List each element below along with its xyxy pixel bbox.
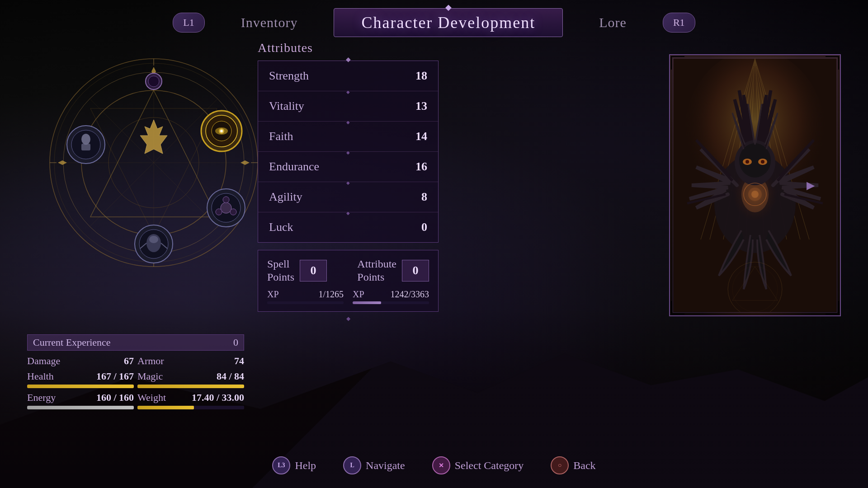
- scroll-right-arrow[interactable]: ▶: [807, 179, 815, 192]
- energy-label: Energy: [27, 392, 56, 404]
- attributes-container: Strength18Vitality13Faith14Endurance16Ag…: [258, 61, 439, 243]
- energy-bar: [27, 406, 134, 409]
- attribute-name-endurance: Endurance: [269, 160, 319, 174]
- svg-point-36: [216, 209, 222, 215]
- exp-container: Current Experience 0: [27, 334, 244, 351]
- character-circle: [45, 54, 262, 271]
- attribute-value-endurance: 16: [415, 160, 427, 174]
- attribute-points-item: AttributePoints 0: [357, 258, 429, 284]
- xp-left-value: 1/1265: [318, 289, 344, 300]
- bottom-navigation: L3 Help L Navigate ✕ Select Category ○ B…: [0, 456, 868, 474]
- navigate-label: Navigate: [366, 460, 405, 472]
- art-frame: [669, 54, 841, 316]
- armor-value: 74: [234, 355, 244, 367]
- weight-label: Weight: [137, 392, 166, 404]
- points-panel: SpellPoints 0 AttributePoints 0 XP 1/126…: [258, 250, 439, 312]
- help-label: Help: [295, 460, 316, 472]
- attribute-row-vitality[interactable]: Vitality13: [258, 91, 438, 122]
- attribute-row-agility[interactable]: Agility8: [258, 182, 438, 212]
- select-category-label: Select Category: [455, 460, 524, 472]
- armor-label: Armor: [137, 355, 164, 367]
- spell-points-item: SpellPoints 0: [267, 258, 327, 284]
- magic-value: 84 / 84: [217, 371, 244, 382]
- r1-button[interactable]: R1: [663, 13, 695, 33]
- health-stat: Health 167 / 167: [27, 371, 134, 388]
- weight-bar-fill: [137, 406, 194, 409]
- attributes-title: Attributes: [258, 41, 439, 55]
- svg-point-66: [751, 191, 759, 198]
- nav-inventory[interactable]: Inventory: [241, 15, 298, 30]
- l3-icon: L3: [272, 456, 290, 474]
- back-nav-item[interactable]: ○ Back: [551, 456, 595, 474]
- energy-value: 160 / 160: [96, 392, 134, 404]
- attribute-row-faith[interactable]: Faith14: [258, 122, 438, 152]
- health-bar-fill: [27, 385, 134, 388]
- attribute-name-luck: Luck: [269, 221, 293, 234]
- attribute-value-luck: 0: [421, 221, 427, 234]
- nav-lore[interactable]: Lore: [599, 15, 627, 30]
- xp-right-item: XP 1242/3363: [353, 289, 429, 304]
- character-art-panel: ◀ ▶: [669, 54, 841, 316]
- attribute-name-agility: Agility: [269, 190, 302, 204]
- health-value: 167 / 167: [96, 371, 134, 382]
- damage-stat: Damage 67: [27, 355, 134, 367]
- x-icon: ✕: [432, 456, 450, 474]
- attribute-value-agility: 8: [421, 190, 427, 204]
- weight-bar: [137, 406, 244, 409]
- magic-bar-fill: [137, 385, 244, 388]
- svg-point-34: [223, 197, 229, 203]
- stats-grid: Damage 67 Armor 74 Health 167 / 167: [27, 355, 244, 409]
- attribute-value-vitality: 13: [415, 99, 427, 113]
- exp-label: Current Experience: [33, 337, 111, 348]
- center-panel: Attributes Strength18Vitality13Faith14En…: [258, 41, 439, 322]
- damage-value: 67: [124, 355, 134, 367]
- xp-row: XP 1/1265 XP 1242/3363: [267, 289, 429, 304]
- character-panel: [27, 54, 280, 325]
- attribute-name-strength: Strength: [269, 69, 309, 83]
- circle-icon: ○: [551, 456, 569, 474]
- svg-point-33: [221, 202, 231, 213]
- points-row: SpellPoints 0 AttributePoints 0: [267, 258, 429, 284]
- spell-points-box: 0: [300, 260, 327, 282]
- nav-title-container: Character Development: [334, 8, 563, 37]
- xp-right-label: XP: [353, 289, 364, 300]
- exp-value: 0: [233, 337, 238, 348]
- magic-stat: Magic 84 / 84: [137, 371, 244, 388]
- l1-button[interactable]: L1: [173, 13, 204, 33]
- energy-stat: Energy 160 / 160: [27, 392, 134, 409]
- xp-right-bar-fill: [353, 301, 381, 304]
- nav-title-box: Character Development: [334, 8, 563, 37]
- weight-stat: Weight 17.40 / 33.00: [137, 392, 244, 409]
- magic-label: Magic: [137, 371, 163, 382]
- top-navigation: L1 Inventory Character Development Lore …: [0, 0, 868, 45]
- attribute-points-label: AttributePoints: [357, 258, 396, 284]
- magic-bar: [137, 385, 244, 388]
- svg-point-29: [81, 134, 90, 145]
- xp-right-bar: [353, 301, 429, 304]
- attribute-value-faith: 14: [415, 130, 427, 143]
- xp-left-label: XP: [267, 289, 279, 300]
- attribute-name-faith: Faith: [269, 130, 293, 143]
- attribute-value-strength: 18: [415, 69, 427, 83]
- attribute-row-endurance[interactable]: Endurance16: [258, 152, 438, 182]
- attribute-row-luck[interactable]: Luck0: [258, 212, 438, 242]
- health-label: Health: [27, 371, 54, 382]
- page-title: Character Development: [361, 14, 535, 32]
- svg-rect-30: [81, 144, 90, 150]
- bottom-diamond: ◆: [258, 315, 439, 322]
- help-nav-item[interactable]: L3 Help: [272, 456, 316, 474]
- svg-marker-18: [241, 160, 250, 165]
- xp-left-item: XP 1/1265: [267, 289, 344, 304]
- svg-point-35: [230, 209, 236, 215]
- navigate-nav-item[interactable]: L Navigate: [343, 456, 405, 474]
- attribute-points-box: 0: [402, 260, 429, 282]
- svg-point-62: [745, 160, 749, 164]
- attribute-row-strength[interactable]: Strength18: [258, 61, 438, 91]
- select-category-nav-item[interactable]: ✕ Select Category: [432, 456, 524, 474]
- back-label: Back: [573, 460, 595, 472]
- svg-point-26: [220, 130, 223, 132]
- svg-marker-17: [58, 160, 67, 165]
- health-bar: [27, 385, 134, 388]
- armor-stat: Armor 74: [137, 355, 244, 367]
- xp-right-value: 1242/3363: [390, 289, 429, 300]
